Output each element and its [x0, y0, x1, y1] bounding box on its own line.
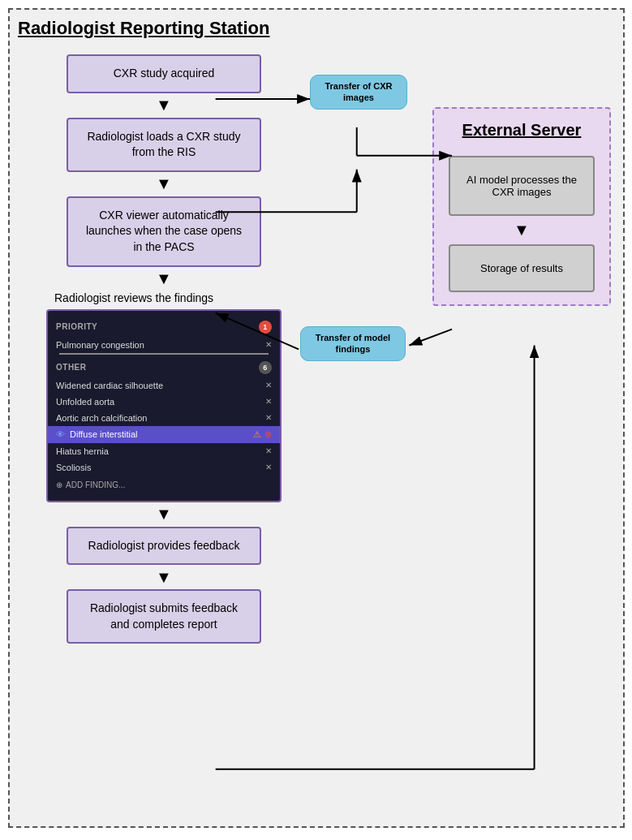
finding-scoliosis: Scoliosis ✕ — [48, 459, 280, 476]
priority-badge: 1 — [259, 321, 272, 334]
diagram-container: Radiologist Reporting Station CXR study … — [8, 8, 625, 828]
transfer-model: Transfer of model findings — [300, 326, 406, 361]
external-server-section: External Server AI model processes the C… — [432, 107, 611, 306]
add-finding[interactable]: ⊕ ADD FINDING... — [48, 476, 280, 494]
close-icon: ✕ — [265, 340, 272, 349]
transfer-cxr-bubble: Transfer of CXR images — [310, 75, 407, 110]
box-ai-model: AI model processes the CXR images — [449, 156, 595, 216]
close-icon: ✕ — [265, 413, 272, 422]
left-column: CXR study acquired ▼ Radiologist loads a… — [18, 54, 310, 644]
finding-diffuse: 👁 Diffuse interstitial ⚠ ⊗ — [48, 426, 280, 443]
finding-hiatus: Hiatus hernia ✕ — [48, 443, 280, 459]
arrow-3: ▼ — [156, 267, 172, 291]
divider-1 — [59, 353, 268, 355]
close-icon: ✕ — [265, 446, 272, 455]
close-icon: ✕ — [265, 397, 272, 406]
arrow-5: ▼ — [156, 565, 172, 589]
arrow-4: ▼ — [156, 502, 172, 527]
box-radiologist-loads: Radiologist loads a CXR study from the R… — [67, 118, 261, 172]
finding-pulmonary: Pulmonary congestion ✕ — [48, 337, 280, 353]
other-badge: 6 — [259, 361, 272, 374]
finding-aortic: Aortic arch calcification ✕ — [48, 410, 280, 426]
transfer-cxr: Transfer of CXR images — [310, 75, 407, 110]
box-storage: Storage of results — [449, 244, 595, 292]
warning-icon: ⚠ — [253, 429, 261, 440]
close-icon: ✕ — [265, 381, 272, 390]
main-title: Radiologist Reporting Station — [18, 18, 615, 39]
box-feedback: Radiologist provides feedback — [67, 527, 261, 566]
finding-widened: Widened cardiac silhouette ✕ — [48, 377, 280, 394]
arrow-right-1: ▼ — [446, 216, 597, 244]
findings-panel: PRIORITY 1 Pulmonary congestion ✕ OTHER … — [46, 309, 282, 502]
remove-icon: ⊗ — [264, 429, 272, 440]
arrow-1: ▼ — [156, 93, 172, 118]
close-icon: ✕ — [265, 463, 272, 472]
transfer-model-bubble: Transfer of model findings — [300, 326, 406, 361]
box-cxr-viewer: CXR viewer automatically launches when t… — [67, 196, 261, 267]
finding-unfolded: Unfolded aorta ✕ — [48, 394, 280, 410]
eye-icon: 👁 — [56, 429, 65, 439]
svg-line-5 — [409, 330, 452, 346]
other-header: OTHER 6 — [48, 358, 280, 377]
box-submits: Radiologist submits feedback and complet… — [67, 589, 261, 644]
arrow-2: ▼ — [156, 172, 172, 196]
priority-header: PRIORITY 1 — [48, 317, 280, 337]
findings-label: Radiologist reviews the findings — [46, 291, 282, 304]
external-title: External Server — [446, 121, 597, 140]
findings-section: Radiologist reviews the findings PRIORIT… — [46, 291, 282, 502]
box-cxr-acquired: CXR study acquired — [67, 54, 261, 93]
